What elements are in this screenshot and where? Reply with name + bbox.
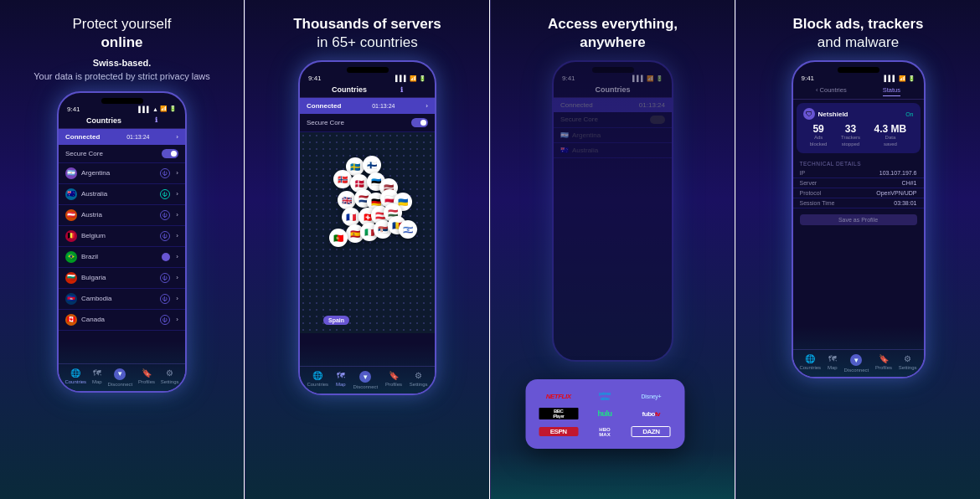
stat-data: 4.3 MB Datasaved <box>874 123 907 148</box>
glow-effect-3 <box>491 449 735 499</box>
panel-access: Access everything, anywhere 9:41 ▌▌▌📶🔋 C… <box>490 0 735 499</box>
list-item: 🇦🇷 Argentina ⏻ › <box>59 163 185 184</box>
power-button[interactable]: ⏻ <box>160 315 170 325</box>
connected-row-2: Connected 01:13:24 › <box>300 98 435 114</box>
netflix-logo: NETFLIX <box>539 393 578 400</box>
secure-core-toggle[interactable] <box>162 149 178 158</box>
nav-map-2[interactable]: 🗺 Map <box>336 371 346 389</box>
power-button[interactable]: ⏻ <box>160 189 170 199</box>
list-item: 🇨🇦 Canada ⏻ › <box>59 310 185 331</box>
phone-header-3: Countries <box>554 84 672 98</box>
phone-notch <box>101 98 143 104</box>
stat-trackers: 33 Trackersstopped <box>841 123 860 148</box>
phone-bottom-nav-4: 🌐 Countries 🗺 Map ▼ Disconnect 🔖 Profile… <box>793 349 924 377</box>
tab-status[interactable]: Status <box>883 86 900 96</box>
panel-1-subtitle: Swiss-based. Your data is protected by s… <box>34 57 210 83</box>
phone-notch <box>838 67 879 73</box>
streaming-grid: NETFLIX primevideo Disney+ BBCiPlayer hu… <box>539 391 671 437</box>
detail-server: Server CH#1 <box>793 178 924 188</box>
phone-notch <box>347 67 389 73</box>
list-item: 🇧🇬 Bulgaria ⏻ › <box>59 268 185 289</box>
bbc-iplayer-logo: BBCiPlayer <box>539 408 578 419</box>
hbomax-logo: HBOMAX <box>585 427 624 437</box>
list-item: 🇦🇺 Australia ⏻ › <box>59 184 185 205</box>
power-button[interactable]: ⏻ <box>160 168 170 178</box>
phone-bottom-nav-2: 🌐 Countries 🗺 Map ▼ Disconnect 🔖 Profile… <box>300 366 435 394</box>
power-button[interactable]: ⏻ <box>160 273 170 283</box>
tab-countries[interactable]: ‹ Countries <box>816 86 847 96</box>
phone-tab-header: ‹ Countries Status <box>793 84 924 100</box>
world-map: 🇸🇪 🇫🇮 🇳🇴 🇩🇰 🇪🇪 🇱🇻 🇬🇧 🇳🇱 🇩🇪 🇵🇱 🇺🇦 🇫🇷 🇨🇭 🇦… <box>300 132 435 333</box>
phone-mockup-4: 9:41 ▌▌▌📶🔋 ‹ Countries Status 🛡 Netshiel… <box>792 60 926 378</box>
phone-header-2: Countries ℹ <box>300 84 435 98</box>
nav-map-4[interactable]: 🗺 Map <box>828 354 838 373</box>
secure-core-toggle-2[interactable] <box>411 118 428 127</box>
list-item: 🇧🇪 Belgium ⏻ › <box>59 226 185 247</box>
netshield-header: 🛡 Netshield On <box>803 108 914 120</box>
nav-disconnect-2[interactable]: ▼ Disconnect <box>353 371 378 389</box>
panel-protect: Protect yourself online Swiss-based. You… <box>0 0 244 499</box>
detail-protocol: Protocol OpenVPN/UDP <box>793 188 924 198</box>
dazn-logo: DAZN <box>632 426 671 437</box>
nav-map[interactable]: 🗺 Map <box>92 368 102 387</box>
nav-disconnect-4[interactable]: ▼ Disconnect <box>843 354 869 373</box>
list-item: 🇦🇹 Austria ⏻ › <box>59 205 185 226</box>
secure-core-row: Secure Core <box>59 145 185 163</box>
status-icons: ▌▌▌📶🔋 <box>632 75 663 82</box>
nav-settings-4[interactable]: ⚙ Settings <box>899 354 917 373</box>
phone-notch <box>592 67 634 73</box>
nav-disconnect[interactable]: ▼ Disconnect <box>107 368 132 387</box>
netshield-stats: 59 Adsblocked 33 Trackersstopped 4.3 MB … <box>803 123 914 148</box>
panel-netshield: Block ads, trackers and malware 9:41 ▌▌▌… <box>735 0 980 499</box>
nav-countries-2[interactable]: 🌐 Countries <box>307 371 328 389</box>
power-button[interactable]: ⏻ <box>160 294 170 304</box>
phone-mockup-3-bg: 9:41 ▌▌▌📶🔋 Countries Connected01:13:24 S… <box>552 60 673 362</box>
connected-row: Connected 01:13:24 › <box>59 129 185 145</box>
detail-session: Session Time 03:38:01 <box>793 198 924 208</box>
connection-details: Technical details IP 103.107.197.6 Serve… <box>793 157 924 211</box>
phone-status-bar: 9:41 ▌▌▌📶🔋 <box>300 73 435 84</box>
phone-mockup-2: 9:41 ▌▌▌📶🔋 Countries ℹ Connected 01:13:2… <box>298 60 436 395</box>
status-icons: ▌▌▌📶🔋 <box>395 75 426 82</box>
spain-label: Spain <box>323 316 349 325</box>
phone-mockup-1: 9:41 ▌▌▌▲📶🔋 Countries ℹ Connected 01:13:… <box>57 91 187 393</box>
nav-settings[interactable]: ⚙ Settings <box>161 368 179 387</box>
save-profile-button[interactable]: Save as Profile <box>800 214 917 225</box>
panel-1-title: Protect yourself online <box>72 15 171 52</box>
nav-countries-4[interactable]: 🌐 Countries <box>799 354 821 373</box>
phone-status-bar: 9:41 ▌▌▌▲📶🔋 <box>59 104 185 115</box>
prime-video-logo: primevideo <box>585 391 624 401</box>
list-item: 🇧🇷 Brazil › <box>59 247 185 268</box>
espn-logo: ESPN <box>539 427 578 436</box>
disney-plus-logo: Disney+ <box>632 394 671 399</box>
streaming-services-card: NETFLIX primevideo Disney+ BBCiPlayer hu… <box>525 379 684 449</box>
phone-status-bar: 9:41 ▌▌▌📶🔋 <box>554 73 672 84</box>
netshield-icon: 🛡 <box>803 108 815 120</box>
status-icons: ▌▌▌▲📶🔋 <box>138 105 177 112</box>
status-icons: ▌▌▌📶🔋 <box>885 75 916 82</box>
panel-3-title: Access everything, anywhere <box>548 15 678 52</box>
fubo-logo: fubotv <box>632 410 671 418</box>
panel-2-title: Thousands of servers in 65+ countries <box>293 15 441 52</box>
phone-header-1: Countries ℹ <box>59 115 185 129</box>
secure-core-row-2: Secure Core <box>300 114 435 132</box>
power-button[interactable]: ⏻ <box>160 210 170 220</box>
power-button[interactable]: ⏻ <box>160 231 170 241</box>
panel-servers: Thousands of servers in 65+ countries 9:… <box>245 0 489 499</box>
netshield-card: 🛡 Netshield On 59 Adsblocked 33 Trackers… <box>797 103 921 153</box>
phone-bottom-nav: 🌐 Countries 🗺 Map ▼ Disconnect 🔖 Profile… <box>59 363 185 391</box>
countries-list: 🇦🇷 Argentina ⏻ › 🇦🇺 Australia ⏻ › 🇦🇹 Aus… <box>59 163 185 331</box>
list-item: 🇰🇭 Cambodia ⏻ › <box>59 289 185 310</box>
phone-status-bar: 9:41 ▌▌▌📶🔋 <box>793 73 924 84</box>
nav-settings-2[interactable]: ⚙ Settings <box>410 371 428 389</box>
nav-profiles-2[interactable]: 🔖 Profiles <box>385 371 402 389</box>
detail-ip: IP 103.107.197.6 <box>793 168 924 178</box>
hulu-logo: hulu <box>585 409 624 418</box>
stat-ads: 59 Adsblocked <box>810 123 828 148</box>
nav-countries[interactable]: 🌐 Countries <box>64 368 86 387</box>
nav-profiles[interactable]: 🔖 Profiles <box>138 368 155 387</box>
nav-profiles-4[interactable]: 🔖 Profiles <box>875 354 892 373</box>
panel-4-title: Block ads, trackers and malware <box>793 15 924 52</box>
